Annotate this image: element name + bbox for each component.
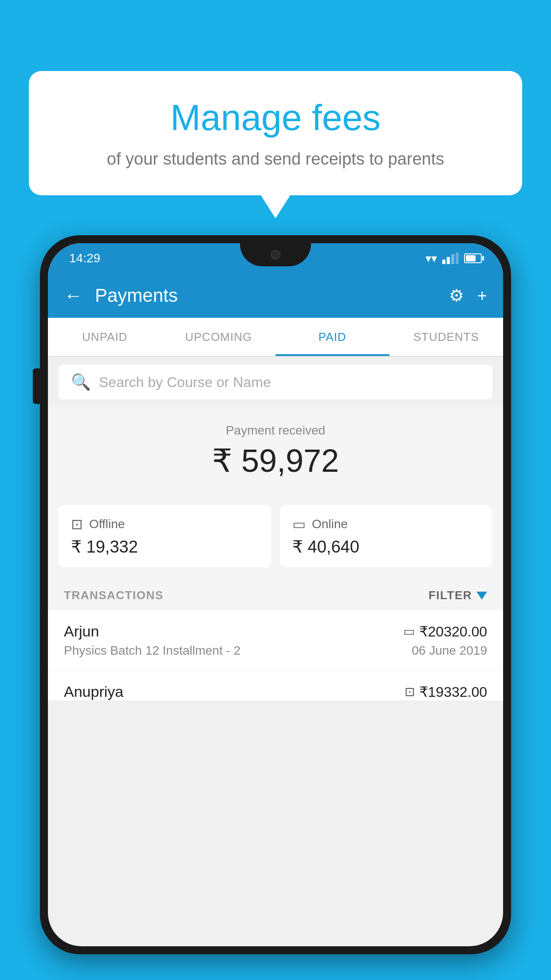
offline-label: Offline — [89, 517, 125, 531]
status-bar: 14:29 ▾▾ — [48, 243, 503, 273]
settings-icon[interactable]: ⚙ — [449, 286, 464, 305]
wifi-icon: ▾▾ — [425, 252, 437, 265]
online-card-header: ▭ Online — [292, 516, 480, 533]
transactions-label: TRANSACTIONS — [64, 589, 164, 602]
status-time: 14:29 — [69, 251, 100, 265]
offline-payment-card: ⊡ Offline ₹ 19,332 — [59, 505, 271, 567]
camera-dot — [271, 250, 280, 260]
speech-bubble: Manage fees of your students and send re… — [29, 71, 522, 195]
tab-unpaid[interactable]: UNPAID — [48, 318, 162, 356]
filter-button[interactable]: FILTER — [429, 589, 487, 602]
offline-card-header: ⊡ Offline — [71, 516, 259, 533]
transaction-amount-wrap-2: ⊡ ₹19332.00 — [405, 684, 487, 700]
transaction-date: 06 June 2019 — [412, 644, 487, 658]
payment-received-amount: ₹ 59,972 — [59, 442, 492, 479]
phone-frame: 14:29 ▾▾ ← Payments — [40, 235, 511, 954]
search-placeholder-text: Search by Course or Name — [99, 374, 271, 391]
transaction-amount-2: ₹19332.00 — [419, 684, 487, 700]
battery-icon — [464, 253, 482, 263]
page-title: Payments — [95, 285, 449, 306]
tab-upcoming[interactable]: UPCOMING — [162, 318, 276, 356]
card-icon: ▭ — [292, 516, 306, 533]
signal-bars — [442, 253, 459, 264]
app-bar: ← Payments ⚙ + — [48, 273, 503, 318]
filter-triangle-icon — [476, 592, 487, 600]
tab-paid[interactable]: PAID — [276, 318, 390, 356]
transaction-row1-partial: Anupriya ⊡ ₹19332.00 — [64, 683, 487, 700]
manage-fees-subtitle: of your students and send receipts to pa… — [51, 147, 500, 171]
notch — [240, 243, 311, 266]
background: Manage fees of your students and send re… — [0, 0, 551, 980]
status-icons: ▾▾ — [425, 252, 482, 265]
online-amount: ₹ 40,640 — [292, 537, 480, 557]
transactions-header: TRANSACTIONS FILTER — [48, 578, 503, 610]
content-area: 🔍 Search by Course or Name Payment recei… — [48, 365, 503, 700]
search-bar[interactable]: 🔍 Search by Course or Name — [59, 365, 492, 399]
payment-received-label: Payment received — [59, 423, 492, 438]
tabs-bar: UNPAID UPCOMING PAID STUDENTS — [48, 318, 503, 357]
transaction-row2: Physics Batch 12 Installment - 2 06 June… — [64, 644, 487, 658]
add-icon[interactable]: + — [477, 286, 487, 305]
filter-label: FILTER — [429, 589, 472, 602]
transaction-item-partial[interactable]: Anupriya ⊡ ₹19332.00 — [48, 671, 503, 700]
phone-wrapper: 14:29 ▾▾ ← Payments — [40, 235, 511, 980]
online-payment-card: ▭ Online ₹ 40,640 — [280, 505, 492, 567]
online-label: Online — [312, 517, 348, 531]
payment-received-section: Payment received ₹ 59,972 — [48, 407, 503, 505]
payment-cards: ⊡ Offline ₹ 19,332 ▭ Online ₹ 40,640 — [48, 505, 503, 578]
transaction-row1: Arjun ▭ ₹20320.00 — [64, 623, 487, 640]
tab-students[interactable]: STUDENTS — [390, 318, 504, 356]
transaction-amount-wrap: ▭ ₹20320.00 — [403, 623, 487, 640]
battery-fill — [466, 255, 476, 261]
offline-amount: ₹ 19,332 — [71, 537, 259, 557]
transaction-amount: ₹20320.00 — [419, 623, 487, 640]
speech-bubble-container: Manage fees of your students and send re… — [29, 71, 522, 195]
transaction-item[interactable]: Arjun ▭ ₹20320.00 Physics Batch 12 Insta… — [48, 610, 503, 671]
search-icon: 🔍 — [71, 373, 91, 391]
back-button[interactable]: ← — [64, 285, 83, 306]
transaction-list: Arjun ▭ ₹20320.00 Physics Batch 12 Insta… — [48, 610, 503, 700]
transaction-name-2: Anupriya — [64, 683, 123, 700]
cash-payment-icon: ⊡ — [405, 684, 415, 699]
manage-fees-title: Manage fees — [51, 98, 500, 138]
card-payment-icon: ▭ — [403, 624, 415, 639]
transaction-name: Arjun — [64, 623, 99, 640]
cash-icon: ⊡ — [71, 516, 83, 533]
phone-screen: 14:29 ▾▾ ← Payments — [48, 243, 503, 946]
transaction-course: Physics Batch 12 Installment - 2 — [64, 644, 240, 658]
app-bar-icons: ⚙ + — [449, 286, 487, 305]
